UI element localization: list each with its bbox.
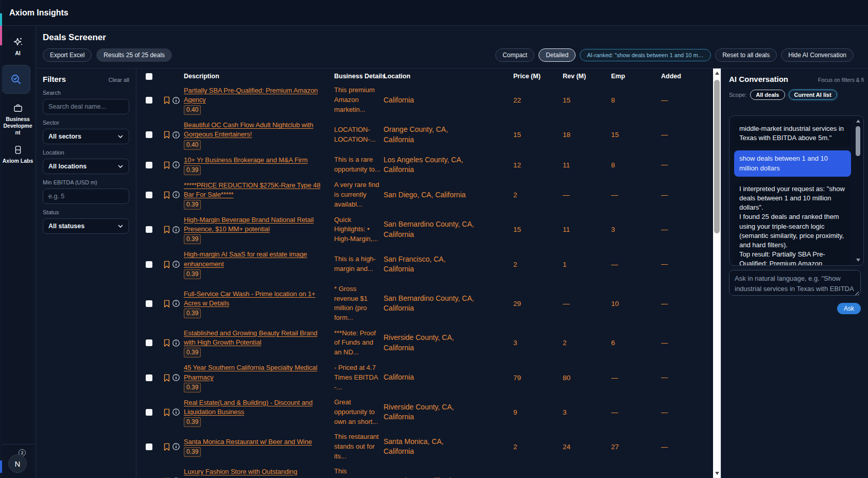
chat-scroll-up-arrow[interactable] (855, 118, 861, 124)
search-check-icon (10, 73, 22, 86)
info-icon[interactable] (172, 373, 180, 382)
score-badge: 0.39 (184, 165, 201, 175)
chat-scrollbar-thumb[interactable] (856, 126, 860, 156)
deal-title-link[interactable]: High-Margin Beverage Brand National Reta… (184, 216, 314, 233)
info-icon[interactable] (172, 442, 180, 451)
notifications-button[interactable]: N (8, 454, 27, 473)
added-cell: — (661, 130, 713, 140)
rev-cell: 11 (563, 226, 611, 233)
bookmark-icon[interactable] (163, 373, 170, 382)
location-select[interactable]: All locations (43, 159, 129, 174)
business-details-cell: - Priced at 4.7 Times EBITDA -... (334, 363, 381, 392)
added-cell: — (661, 407, 713, 418)
row-checkbox[interactable] (146, 131, 152, 138)
ai-ranked-query-button[interactable]: AI-ranked: "show deals between 1 and 10 … (580, 49, 711, 61)
row-checkbox[interactable] (146, 192, 152, 198)
info-icon[interactable] (172, 226, 180, 234)
compact-view-button[interactable]: Compact (495, 48, 534, 62)
deal-title-link[interactable]: 45 Year Southern California Specialty Me… (184, 364, 317, 381)
bookmark-icon[interactable] (163, 442, 170, 451)
chat-scroll-down-arrow[interactable] (855, 257, 861, 263)
rev-cell: 24 (563, 443, 611, 451)
info-icon[interactable] (172, 131, 180, 139)
deal-title-link[interactable]: High-margin AI SaaS for real estate imag… (184, 250, 307, 267)
row-checkbox[interactable] (146, 261, 152, 268)
business-details-cell: This premium Amazon marketin... (334, 86, 381, 115)
row-checkbox[interactable] (146, 443, 152, 450)
status-select[interactable]: All statuses (43, 218, 129, 234)
bookmark-icon[interactable] (163, 260, 170, 269)
emp-cell: 27 (611, 443, 661, 451)
detailed-view-button[interactable]: Detailed (539, 48, 576, 62)
deal-title-link[interactable]: Partially SBA Pre-Qualified: Premium Ama… (184, 87, 318, 104)
ai-conversation-panel: AI Conversation Focus on filters & fi Sc… (721, 69, 868, 478)
bookmark-icon[interactable] (163, 161, 170, 169)
bookmark-icon[interactable] (163, 408, 170, 417)
info-icon[interactable] (172, 260, 180, 268)
info-icon[interactable] (172, 408, 180, 416)
chat-message-assistant: middle-market industrial services in Tex… (734, 121, 851, 146)
row-checkbox[interactable] (146, 339, 152, 346)
select-all-checkbox[interactable] (146, 73, 152, 80)
added-cell: — (661, 476, 713, 478)
info-icon[interactable] (172, 161, 180, 169)
sidebar-item-ai[interactable]: AI (2, 36, 34, 57)
added-cell: — (661, 160, 713, 170)
emp-cell: 8 (611, 161, 661, 169)
search-input[interactable] (43, 99, 129, 114)
deal-title-link[interactable]: *****PRICE REDUCTION $275K-Rare Type 48 … (184, 181, 320, 198)
sidebar-item-axiom-labs[interactable]: Axiom Labs (2, 145, 34, 164)
rev-cell: 3 (563, 408, 611, 416)
sidebar-item-business-development[interactable]: Business Development (2, 103, 34, 136)
deal-title-link[interactable]: Luxury Fashion Store with Outstanding Pe… (184, 468, 297, 478)
hide-ai-conversation-button[interactable]: Hide AI Conversation (781, 48, 854, 62)
sidebar-item-deals-screener[interactable] (2, 65, 30, 94)
ask-button[interactable]: Ask (837, 303, 861, 314)
deal-title-link[interactable]: Santa Monica Restaurant w/ Beer and Wine (184, 438, 312, 446)
deal-title-link[interactable]: Full-Service Car Wash - Prime location o… (184, 290, 316, 307)
scroll-down-arrow[interactable] (713, 469, 721, 478)
scrollbar-thumb[interactable] (714, 80, 720, 233)
row-checkbox[interactable] (146, 374, 152, 381)
info-icon[interactable] (172, 96, 180, 105)
bookmark-icon[interactable] (163, 130, 170, 139)
bookmark-icon[interactable] (163, 338, 170, 347)
location-cell: San Francisco, CA, California (384, 254, 474, 275)
deal-title-link[interactable]: Real Estate(Land & Building) - Discount … (184, 399, 313, 416)
bookmark-icon[interactable] (163, 191, 170, 199)
search-label: Search (43, 90, 129, 96)
row-checkbox[interactable] (146, 97, 152, 104)
table-row: Partially SBA Pre-Qualified: Premium Ama… (136, 83, 713, 117)
export-excel-button[interactable]: Export Excel (43, 48, 92, 62)
sector-select[interactable]: All sectors (43, 129, 129, 144)
row-checkbox[interactable] (146, 409, 152, 416)
scope-current-ai-list-button[interactable]: Current AI list (789, 90, 837, 100)
bookmark-icon[interactable] (163, 225, 170, 234)
ai-question-input[interactable] (729, 270, 861, 296)
deal-title-link[interactable]: Beautiful OC Cash Flow Adult Nightclub w… (184, 121, 314, 138)
info-icon[interactable] (172, 191, 180, 199)
info-icon[interactable] (172, 339, 180, 347)
min-ebitda-input[interactable] (43, 189, 129, 204)
bookmark-icon[interactable] (163, 96, 170, 105)
deals-table: Description Business Details Location Pr… (136, 69, 713, 478)
rev-cell: — (563, 191, 611, 199)
bookmark-icon[interactable] (163, 299, 170, 308)
table-scrollbar[interactable] (713, 69, 721, 478)
deal-title-link[interactable]: Established and Growing Beauty Retail Br… (184, 329, 317, 346)
chevron-down-icon (117, 163, 124, 169)
table-row: 10+ Yr Business Brokerage and M&A Firm0.… (136, 152, 713, 178)
chat-scrollbar[interactable] (855, 118, 861, 263)
scroll-up-arrow[interactable] (713, 69, 721, 78)
toolbar: Export Excel Results 25 of 25 deals Comp… (43, 48, 854, 62)
row-checkbox[interactable] (146, 300, 152, 307)
location-cell: Los Angeles County, CA, California (384, 155, 474, 175)
deal-title-link[interactable]: 10+ Yr Business Brokerage and M&A Firm (184, 156, 308, 164)
reset-deals-button[interactable]: Reset to all deals (715, 48, 777, 62)
chevron-down-icon (117, 133, 124, 140)
info-icon[interactable] (172, 299, 180, 308)
row-checkbox[interactable] (146, 226, 152, 233)
clear-all-filters-link[interactable]: Clear all (109, 77, 129, 83)
scope-all-deals-button[interactable]: All deals (750, 90, 785, 100)
row-checkbox[interactable] (146, 162, 152, 168)
